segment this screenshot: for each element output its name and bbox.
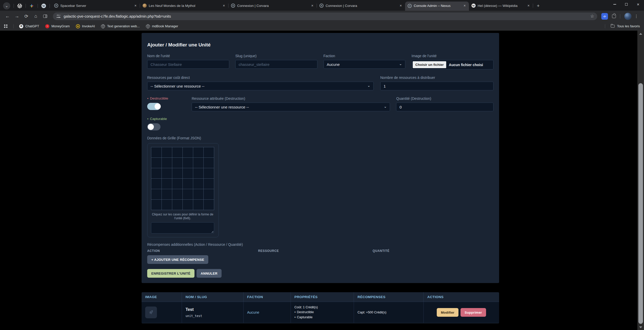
pinned-tab-identicon[interactable] (16, 2, 24, 10)
capturable-toggle[interactable] (147, 123, 160, 130)
tab-connexion-corvara-2[interactable]: Connexion | Corvara ✕ (317, 1, 405, 10)
reload-button[interactable]: ⟳ (22, 13, 30, 20)
scroll-up-arrow[interactable] (639, 33, 642, 35)
grid-cell[interactable] (151, 147, 162, 157)
grid-cell[interactable] (204, 168, 214, 178)
grid-cell[interactable] (193, 158, 203, 168)
grid-cell[interactable] (172, 158, 182, 168)
grid-cell[interactable] (204, 147, 214, 157)
grid-cell[interactable] (183, 168, 193, 178)
grid-cell[interactable] (183, 179, 193, 189)
tab-search-button[interactable]: ⌄ (3, 2, 10, 9)
close-icon[interactable]: ✕ (526, 3, 531, 8)
vertical-scrollbar[interactable] (637, 31, 644, 330)
faction-select[interactable]: Aucune ⌄ (324, 60, 406, 69)
unit-image-file-input[interactable]: Choisir un fichier Aucun fichier choisi (411, 60, 493, 69)
grid-cell[interactable] (183, 147, 193, 157)
extensions-puzzle-icon[interactable] (612, 14, 616, 18)
close-icon[interactable]: ✕ (398, 3, 403, 8)
close-window-button[interactable]: ✕ (632, 0, 644, 9)
pinned-tab-gemini[interactable] (28, 2, 36, 10)
close-icon[interactable]: ✕ (462, 4, 467, 8)
grid-cell[interactable] (162, 200, 172, 210)
grid-cell[interactable] (193, 189, 203, 199)
field-destruction-resource: Ressource attribuée (Destruction) -- Sél… (192, 96, 390, 111)
close-icon[interactable]: ✕ (133, 3, 138, 8)
tab-spacebar-server[interactable]: Spacebar Server ✕ (52, 1, 140, 10)
close-icon[interactable]: ✕ (310, 3, 315, 8)
destructible-toggle[interactable] (147, 103, 160, 110)
grid-cell[interactable] (151, 168, 162, 178)
minimize-button[interactable] (609, 0, 620, 9)
destruction-qty-input[interactable] (396, 103, 493, 111)
tab-console-admin-nexus-active[interactable]: Console Admin – Nexus ✕ (405, 2, 469, 11)
back-button[interactable]: ← (4, 13, 11, 20)
grid-cell[interactable] (162, 189, 172, 199)
grid-cell[interactable] (204, 179, 214, 189)
unit-slug: unit_test (186, 314, 240, 318)
grid-cell[interactable] (172, 200, 182, 210)
grid-cell[interactable] (193, 179, 203, 189)
scrollbar-thumb[interactable] (638, 83, 643, 324)
grid-cell[interactable] (151, 200, 162, 210)
grid-cell[interactable] (162, 158, 172, 168)
modify-button[interactable]: Modifier (437, 308, 458, 317)
url-text[interactable]: galactic-pve-conquest-c7fe.dev.flatlogic… (64, 14, 171, 18)
grid-cell[interactable] (193, 200, 203, 210)
site-settings-icon[interactable] (56, 15, 61, 18)
bookmark-moneygram[interactable]: ~ MoneyGram (45, 24, 70, 28)
grid-cell[interactable] (204, 189, 214, 199)
bookmark-chatgpt[interactable]: ✻ ChatGPT (19, 24, 39, 28)
bookmark-mdbook-manager[interactable]: mdBook Manager (146, 24, 178, 28)
grid-cell[interactable] (151, 189, 162, 199)
grid-cell[interactable] (183, 158, 193, 168)
grid-cell[interactable] (183, 200, 193, 210)
bookmark-text-generation[interactable]: Text generation web... (101, 24, 140, 28)
add-reward-button[interactable]: + AJOUTER UNE RÉCOMPENSE (147, 255, 208, 264)
close-icon[interactable]: ✕ (222, 3, 226, 8)
apps-grid-icon[interactable] (4, 25, 8, 28)
bookmark-invokeai[interactable]: InvokeAI (76, 24, 95, 28)
address-bar[interactable]: galactic-pve-conquest-c7fe.dev.flatlogic… (53, 13, 597, 20)
forward-button[interactable]: → (13, 13, 21, 20)
tab-hel-wikipedia[interactable]: W Hel (déesse) — Wikipédia ✕ (469, 1, 533, 10)
bookmark-star-icon[interactable]: ☆ (590, 14, 594, 19)
resource-direct-select[interactable]: -- Sélectionner une ressource -- ⌄ (147, 82, 374, 90)
maximize-button[interactable] (620, 0, 632, 9)
rocket-icon (147, 308, 155, 317)
grid-cell[interactable] (172, 189, 182, 199)
grid-cell[interactable] (151, 158, 162, 168)
grid-cell[interactable] (193, 168, 203, 178)
save-unit-button[interactable]: ENREGISTRER L'UNITÉ (147, 269, 194, 278)
slug-input[interactable] (235, 60, 317, 69)
grid-cell[interactable] (204, 158, 214, 168)
grid-cell[interactable] (162, 179, 172, 189)
grid-cell[interactable] (183, 189, 193, 199)
pinned-tab-wordpress[interactable]: W (40, 2, 48, 10)
dev-extension-icon[interactable]: ‹/› (601, 13, 608, 20)
grid-json-textarea[interactable] (151, 222, 214, 234)
cancel-button[interactable]: ANNULER (197, 269, 222, 278)
grid-cell[interactable] (162, 147, 172, 157)
grid-cell[interactable] (172, 147, 182, 157)
side-panel-button[interactable] (41, 13, 49, 20)
menu-kebab-icon[interactable]: ⋮ (634, 14, 639, 19)
scroll-down-arrow[interactable] (639, 326, 642, 328)
destruction-resource-select[interactable]: -- Sélectionner une ressource -- ⌄ (192, 103, 390, 111)
grid-cell[interactable] (162, 168, 172, 178)
grid-cell[interactable] (172, 168, 182, 178)
new-tab-button[interactable]: + (535, 2, 542, 9)
resource-count-input[interactable] (380, 82, 493, 90)
delete-button[interactable]: Supprimer (461, 308, 486, 317)
profile-avatar[interactable] (624, 13, 631, 20)
unit-name-input[interactable] (147, 60, 229, 69)
choose-file-button[interactable]: Choisir un fichier (413, 61, 446, 68)
tab-neuf-mondes[interactable]: Les Neuf Mondes de la Mythol ✕ (140, 1, 228, 10)
all-bookmarks[interactable]: Tous les favoris (602, 24, 640, 28)
tab-connexion-corvara-1[interactable]: Connexion | Corvara ✕ (228, 1, 317, 10)
home-button[interactable]: ⌂ (32, 13, 40, 20)
grid-cell[interactable] (172, 179, 182, 189)
grid-cell[interactable] (151, 179, 162, 189)
grid-cell[interactable] (204, 200, 214, 210)
grid-cell[interactable] (193, 147, 203, 157)
